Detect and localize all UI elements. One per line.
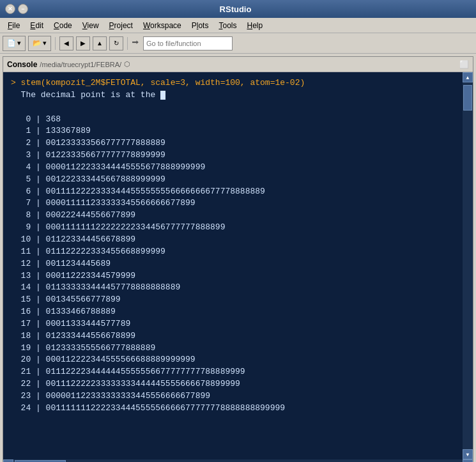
output-line-15: 13 | 000112223344579999 (11, 270, 455, 282)
output-line-20: 18 | 012333444556678899 (11, 330, 455, 343)
scroll-up-arrow[interactable]: ▲ (463, 72, 473, 82)
output-line-7: 5 | 001222333445667888999999 (11, 174, 455, 186)
vertical-scrollbar[interactable]: ▲ ▼ (463, 72, 473, 459)
open-icon: 📂 (33, 39, 42, 47)
output-line-4: 2 | 001233333566777777888889 (11, 137, 455, 150)
app-title: RStudio (220, 4, 252, 14)
horizontal-scrollbar[interactable]: ◀ ▶ (3, 459, 473, 462)
menu-file[interactable]: File (3, 20, 25, 31)
console-text-area[interactable]: > stem(kompozit_2M$FETOTAL, scale=3, wid… (3, 72, 463, 459)
menu-view[interactable]: View (77, 20, 104, 31)
output-line-0: The decimal point is at the (11, 89, 455, 102)
separator-1 (55, 37, 56, 50)
window-controls[interactable]: ✕ − (5, 4, 28, 14)
console-header: Console /media/truecrypt1/FEBRA/ ⬡ ⬜ (3, 57, 473, 72)
menu-plots[interactable]: Plots (187, 20, 214, 31)
output-line-16: 14 | 011333333444457778888888889 (11, 282, 455, 294)
new-file-button[interactable]: 📄▾ (3, 36, 26, 51)
console-panel: Console /media/truecrypt1/FEBRA/ ⬡ ⬜ > s… (3, 56, 473, 462)
output-line-5: 3 | 012233356677777778899999 (11, 150, 455, 162)
output-line-22: 20 | 000112222344555566688889999999 (11, 354, 455, 366)
output-line-17: 15 | 001345566777899 (11, 294, 455, 306)
nav-up-button[interactable]: ▲ (93, 36, 107, 50)
nav-forward-button[interactable]: ▶ (76, 36, 90, 50)
nav-refresh-button[interactable]: ↻ (109, 36, 123, 50)
output-line-18: 16 | 01333466788889 (11, 306, 455, 318)
command-line: > stem(kompozit_2M$FETOTAL, scale=3, wid… (11, 77, 455, 89)
menu-workspace[interactable]: Workspace (138, 20, 187, 31)
output-line-9: 7 | 000011111233333345566666677899 (11, 197, 455, 210)
output-line-23: 21 | 01112222344444455555566777777777888… (11, 366, 455, 378)
console-tab[interactable]: Console (7, 60, 37, 69)
console-content: > stem(kompozit_2M$FETOTAL, scale=3, wid… (3, 72, 473, 459)
maximize-button[interactable]: ⬜ (459, 60, 469, 69)
output-line-26: 24 | 00111111122223344455555666667777777… (11, 403, 455, 415)
scroll-down-arrow[interactable]: ▼ (463, 449, 473, 459)
close-button[interactable]: ✕ (5, 4, 15, 14)
minimize-button[interactable]: − (18, 4, 28, 14)
output-line-13: 11 | 011122222333455668899999 (11, 246, 455, 258)
goto-input[interactable] (143, 36, 233, 50)
separator-2 (127, 37, 128, 50)
goto-icon: ⮕ (132, 38, 139, 48)
nav-back-button[interactable]: ◀ (59, 36, 73, 50)
output-line-2: 0 | 368 (11, 114, 455, 126)
menu-edit[interactable]: Edit (25, 20, 49, 31)
output-line-10: 8 | 000222444556677899 (11, 210, 455, 222)
output-line-25: 23 | 000001122333333333445556666677899 (11, 390, 455, 403)
menu-code[interactable]: Code (49, 20, 77, 31)
title-bar: ✕ − RStudio (0, 0, 476, 18)
open-file-button[interactable]: 📂▾ (28, 36, 51, 51)
output-line-19: 17 | 00011333444577789 (11, 318, 455, 330)
output-line-3: 1 | 133367889 (11, 125, 455, 137)
menu-bar: File Edit Code View Project Workspace Pl… (0, 18, 476, 33)
menu-tools[interactable]: Tools (213, 20, 242, 31)
output-line-12: 10 | 011223344456678899 (11, 234, 455, 246)
console-path: /media/truecrypt1/FEBRA/ (40, 61, 121, 68)
new-file-icon: 📄 (7, 39, 16, 47)
output-line-14: 12 | 0011234445689 (11, 258, 455, 270)
toolbar: 📄▾ 📂▾ ◀ ▶ ▲ ↻ ⮕ (0, 33, 476, 54)
output-line-11: 9 | 000111111122222222334456777777888899 (11, 222, 455, 234)
output-line-24: 22 | 00111222223333333344444555566667889… (11, 378, 455, 390)
console-path-icon: ⬡ (124, 60, 130, 68)
output-line-21: 19 | 0123333555566777888889 (11, 343, 455, 355)
output-line-6: 4 | 00001122233344445555677888999999 (11, 162, 455, 174)
scroll-right-arrow[interactable]: ▶ (463, 459, 473, 462)
scroll-thumb[interactable] (463, 85, 472, 111)
output-blank-1 (11, 102, 455, 114)
output-line-8: 6 | 001111222233334445555555566666666777… (11, 186, 455, 198)
menu-help[interactable]: Help (242, 20, 268, 31)
menu-project[interactable]: Project (104, 20, 138, 31)
scroll-track[interactable] (463, 82, 473, 449)
scroll-left-arrow[interactable]: ◀ (3, 459, 13, 462)
h-scroll-track[interactable] (13, 459, 463, 462)
